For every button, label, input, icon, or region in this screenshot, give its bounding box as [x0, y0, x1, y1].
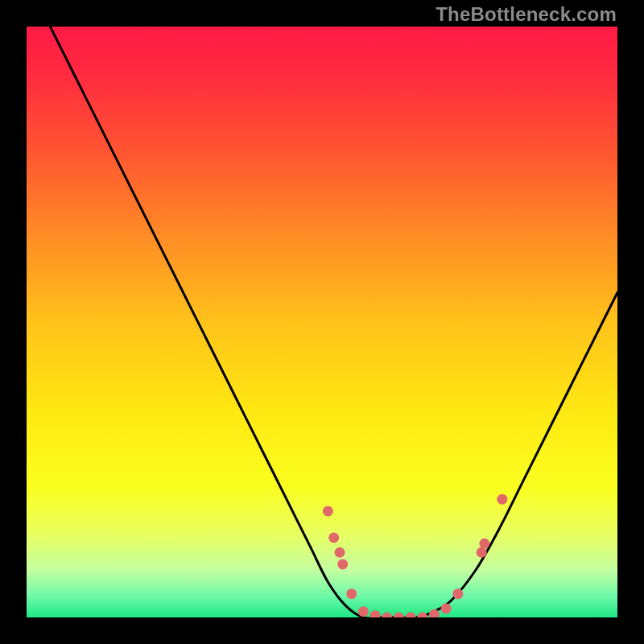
highlight-dot [441, 603, 452, 613]
watermark-text: TheBottleneck.com [436, 3, 617, 26]
highlight-dot [382, 613, 392, 618]
highlight-dot [497, 494, 507, 505]
highlight-dot [337, 559, 348, 569]
highlight-dot [479, 539, 489, 549]
plot-area [27, 27, 617, 617]
highlight-dot [335, 547, 345, 558]
highlight-dot [370, 610, 381, 617]
highlight-dot [477, 547, 487, 558]
highlight-dot [328, 532, 339, 543]
highlight-dot [406, 613, 416, 618]
bottleneck-curve [27, 27, 617, 617]
highlight-dot [358, 606, 369, 617]
highlight-dot [417, 613, 427, 618]
highlight-dot [394, 613, 404, 618]
highlight-dot [346, 588, 357, 599]
highlight-dot [323, 506, 333, 516]
highlight-dots [323, 494, 508, 617]
outer-frame: TheBottleneck.com [0, 0, 644, 644]
chart-svg [27, 27, 617, 617]
highlight-dot [452, 588, 463, 599]
